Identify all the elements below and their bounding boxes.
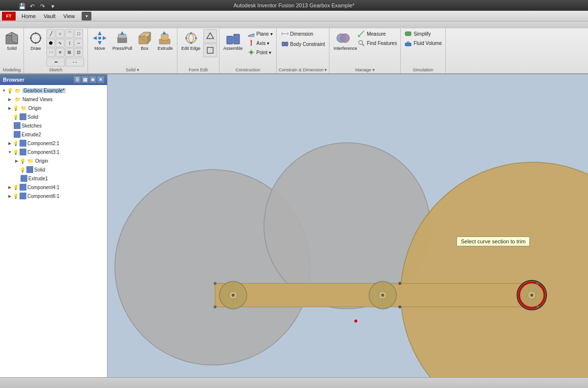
qa-more[interactable]: ▾ <box>48 2 57 11</box>
axis-button[interactable]: Axis ▾ <box>246 39 274 47</box>
browser-close-button[interactable]: ✕ <box>97 76 104 83</box>
tree-toggle-component4[interactable]: ▶ <box>7 184 13 190</box>
find-features-button[interactable]: Find Features <box>356 39 398 47</box>
svg-rect-14 <box>118 34 126 38</box>
plane-button[interactable]: Plane ▾ <box>246 29 274 38</box>
tree-item-root[interactable]: ▼ 💡 📁 Gearbox Example* <box>0 86 107 95</box>
svg-point-73 <box>214 282 217 285</box>
sketch-tool-10[interactable]: ≡ <box>56 48 65 57</box>
move-button[interactable]: Move <box>90 29 109 52</box>
ribbon-group-sketch: Draw ╱ ○ ⌒ □ ⬟ ∿ ⟟ ↔ ⋯ ≡ ⊞ <box>24 28 88 73</box>
ribbon-group-modeling: Solid Modeling <box>0 28 24 73</box>
browser-panel: Browser ☰ ▤ ⊕ ✕ ▼ 💡 📁 Gearbox Example* ▶… <box>0 74 108 377</box>
construction-label: Construction <box>236 67 261 72</box>
interference-button[interactable]: Interference <box>331 29 355 52</box>
sketch-tool-12[interactable]: ⊡ <box>74 48 83 57</box>
draw-icon <box>28 30 44 46</box>
folder-icon-named-views: 📁 <box>14 95 22 103</box>
tree-toggle-named-views[interactable]: ▶ <box>7 96 13 102</box>
tree-toggle-component3[interactable]: ▼ <box>7 149 13 155</box>
tree-item-component6[interactable]: ▶ 💡 Component6:1 <box>0 192 107 200</box>
sketch-tool-11[interactable]: ⊞ <box>65 48 74 57</box>
browser-list-view[interactable]: ☰ <box>74 76 81 83</box>
measure-icon <box>357 30 365 38</box>
svg-rect-55 <box>405 32 411 36</box>
tree-item-solid[interactable]: ▶ 💡 Solid <box>0 112 107 121</box>
fluid-volume-button[interactable]: Fluid Volume <box>403 39 443 47</box>
measure-button[interactable]: Measure <box>356 29 398 38</box>
menu-vault[interactable]: Vault <box>40 12 59 20</box>
svg-rect-30 <box>227 36 233 44</box>
assemble-button[interactable]: Assemble <box>221 29 245 52</box>
tree-item-component2[interactable]: ▶ 💡 Component2:1 <box>0 139 107 148</box>
dimension-button[interactable]: Dimension <box>280 29 327 38</box>
tree-item-component4[interactable]: ▶ 💡 Component4:1 <box>0 183 107 192</box>
tree-toggle-origin3[interactable]: ▶ <box>14 158 20 164</box>
press-pull-button[interactable]: Press/Pull <box>110 29 134 52</box>
browser-tree: ▼ 💡 📁 Gearbox Example* ▶ 📁 Named Views ▶… <box>0 85 107 377</box>
extrude-button[interactable]: Extrude <box>155 29 175 52</box>
sketch-tool-5[interactable]: ⬟ <box>46 39 55 47</box>
svg-marker-28 <box>207 33 214 39</box>
draw-button[interactable]: Draw <box>26 29 45 52</box>
simplify-button[interactable]: Simplify <box>403 29 443 38</box>
tree-toggle-origin[interactable]: ▶ <box>7 105 13 111</box>
status-bar <box>0 377 588 388</box>
tree-item-named-views[interactable]: ▶ 📁 Named Views <box>0 95 107 104</box>
tree-toggle-component2[interactable]: ▶ <box>7 140 13 146</box>
qa-save[interactable]: 💾 <box>18 2 26 11</box>
svg-point-23 <box>186 33 196 43</box>
browser-tree-view[interactable]: ▤ <box>82 76 88 83</box>
tree-item-extrude1[interactable]: ▶ Extrude1 <box>0 174 107 183</box>
body-constraint-button[interactable]: Body Constraint <box>280 40 327 48</box>
sketch-tool-2[interactable]: ○ <box>56 29 65 38</box>
sketch-tool-dash[interactable]: - - <box>65 58 84 66</box>
component6-icon <box>20 193 26 199</box>
tree-item-origin[interactable]: ▶ 💡 📁 Origin <box>0 104 107 112</box>
sketch-tool-9[interactable]: ⋯ <box>46 48 55 57</box>
tree-label-extrude1: Extrude1 <box>28 176 48 181</box>
sketch-tool-line[interactable]: ━ <box>46 58 65 66</box>
edit-edge-button[interactable]: Edit Edge <box>179 29 202 52</box>
qa-redo[interactable]: ↷ <box>38 2 47 11</box>
sketch-tool-6[interactable]: ∿ <box>56 39 65 47</box>
tree-item-sketches[interactable]: ▶ Sketches <box>0 121 107 130</box>
sketch-tool-8[interactable]: ↔ <box>74 39 83 47</box>
ribbon-group-solid: Move Press/Pull <box>88 28 177 73</box>
sketch-tool-3[interactable]: ⌒ <box>65 29 74 38</box>
bulb-root: 💡 <box>7 88 13 93</box>
axis-label: Axis ▾ <box>257 41 270 46</box>
solid-button[interactable]: Solid <box>2 29 22 52</box>
option-button[interactable]: ▾ <box>82 12 91 21</box>
form-edit-tool-2[interactable] <box>203 43 217 57</box>
tree-item-solid3[interactable]: ▶ 💡 Solid <box>0 165 107 174</box>
svg-point-75 <box>214 305 217 308</box>
sketch-buttons: Draw ╱ ○ ⌒ □ ⬟ ∿ ⟟ ↔ ⋯ ≡ ⊞ <box>26 29 86 66</box>
browser-expand-button[interactable]: ⊕ <box>89 76 96 83</box>
svg-line-54 <box>362 44 364 46</box>
sketch-tool-4[interactable]: □ <box>74 29 83 38</box>
plane-label: Plane ▾ <box>257 31 273 37</box>
svg-point-81 <box>398 305 401 308</box>
tree-label-named-views: Named Views <box>22 97 53 102</box>
menu-view[interactable]: View <box>60 12 79 20</box>
assemble-label: Assemble <box>223 46 243 51</box>
menu-home[interactable]: Home <box>18 12 40 20</box>
tree-toggle-root[interactable]: ▼ <box>1 87 7 93</box>
sketch-tool-7[interactable]: ⟟ <box>65 39 74 47</box>
form-edit-tool-1[interactable] <box>203 29 217 43</box>
tree-item-extrude2[interactable]: ▶ Extrude2 <box>0 130 107 139</box>
viewport[interactable]: Select curve section to trim <box>108 74 588 377</box>
box-button[interactable]: Box <box>135 29 154 52</box>
extrude1-icon <box>21 175 27 182</box>
sketch-tool-1[interactable]: ╱ <box>46 29 55 38</box>
svg-marker-36 <box>250 40 252 42</box>
tree-item-component3[interactable]: ▼ 💡 Component3:1 <box>0 148 107 156</box>
tree-toggle-component6[interactable]: ▶ <box>7 193 13 199</box>
svg-rect-31 <box>234 34 240 44</box>
app-logo[interactable]: FT <box>2 12 16 21</box>
point-button[interactable]: Point ▾ <box>246 48 274 57</box>
tree-item-origin3[interactable]: ▶ 💡 📁 Origin <box>0 156 107 165</box>
qa-undo[interactable]: ↶ <box>28 2 37 11</box>
body-constraint-label: Body Constraint <box>290 42 325 47</box>
